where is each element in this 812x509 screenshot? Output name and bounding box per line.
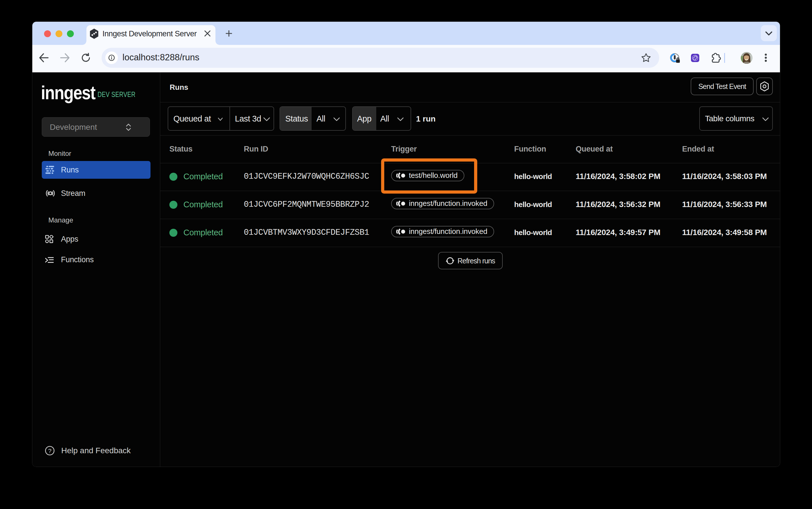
- svg-text:?: ?: [48, 447, 52, 454]
